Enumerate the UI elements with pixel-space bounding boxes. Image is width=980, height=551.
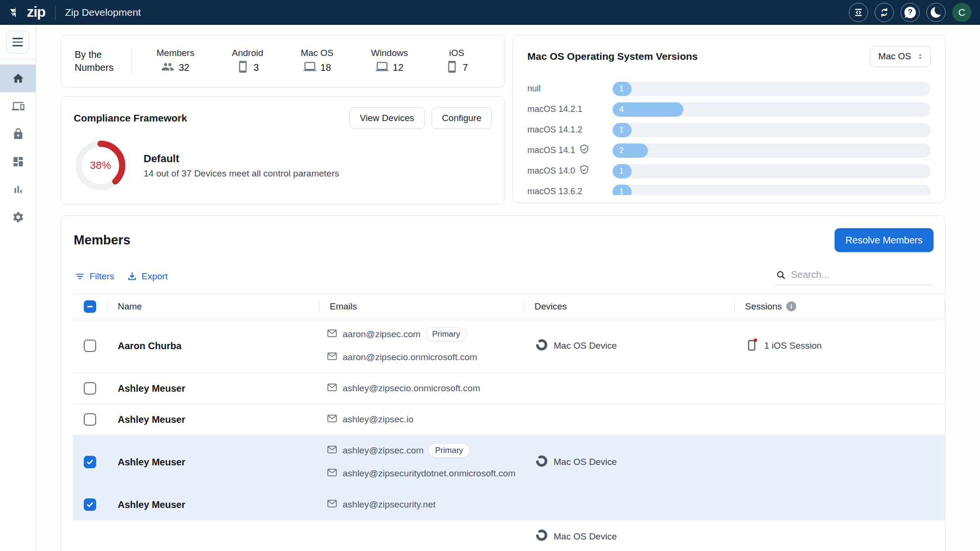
os-bar-fill: 1 [612, 123, 632, 137]
menu-toggle-button[interactable] [6, 31, 29, 54]
by-the-numbers-title: By the Numbers [75, 48, 131, 74]
email-address: aaron@zipsecio.onmicrosoft.com [343, 352, 477, 363]
stat-windows: Windows12 [371, 48, 408, 75]
email-address: ashley@zipsec.io [343, 414, 413, 425]
lock-icon [12, 128, 24, 140]
os-bar-track: 1 [612, 185, 931, 196]
os-bar-track: 1 [612, 164, 931, 178]
mail-icon [326, 382, 338, 395]
stat-label: Members [156, 48, 194, 58]
os-bar-fill: 1 [612, 164, 632, 178]
stats-row: Members32Android3Mac OS18Windows12iOS7 [137, 48, 491, 75]
stat-members: Members32 [156, 48, 194, 75]
os-bar-value: 1 [612, 187, 624, 196]
navbar-divider [55, 5, 56, 20]
remote-device-icon[interactable] [849, 3, 868, 22]
sidebar-item-settings[interactable] [0, 203, 36, 231]
mail-icon [326, 328, 338, 341]
os-bar-value: 1 [612, 166, 624, 176]
os-version-row: null1 [527, 78, 931, 99]
sidebar-item-security[interactable] [0, 120, 36, 148]
stat-value: 32 [178, 62, 189, 73]
sidebar-item-home[interactable] [0, 65, 36, 92]
macos-device-icon [535, 338, 549, 354]
os-select-dropdown[interactable]: Mac OS [870, 46, 931, 67]
members-title: Members [74, 233, 131, 248]
os-bar-fill: 4 [612, 102, 683, 117]
user-avatar[interactable]: C [952, 3, 971, 22]
question-mark-glyph: ? [904, 7, 916, 18]
session-link[interactable]: 1 iOS Session [735, 338, 945, 354]
sidebar-item-devices[interactable] [0, 92, 36, 120]
os-versions-card: Mac OS Operating System Versions Mac OS … [512, 35, 946, 203]
stat-android: Android3 [232, 48, 264, 75]
sidebar-item-apps[interactable] [0, 148, 36, 176]
moon-glyph [931, 7, 941, 18]
search-input[interactable] [791, 269, 933, 280]
os-version-row: macOS 13.6.21 [527, 181, 931, 195]
os-bar-value: 1 [612, 125, 624, 135]
framework-summary: 14 out of 37 Devices meet all control pa… [144, 168, 339, 179]
mail-icon [326, 413, 338, 426]
info-icon[interactable]: i [786, 301, 796, 311]
mail-icon [326, 467, 338, 480]
os-version-label: macOS 13.6.2 [527, 187, 612, 195]
unfold-chevrons-icon [916, 52, 924, 61]
primary-badge: Primary [425, 327, 467, 342]
laptop-icon [376, 60, 389, 75]
configure-button[interactable]: Configure [432, 107, 492, 129]
stat-label: iOS [449, 48, 465, 58]
dark-mode-icon[interactable] [926, 3, 946, 22]
member-name: Ashley Meuser [118, 414, 185, 425]
laptop-icon [303, 60, 316, 75]
table-row: Ashley Meuserashley@zipsecurity.net [73, 489, 945, 520]
sync-icon[interactable] [875, 3, 894, 22]
os-version-row: macOS 14.1.21 [527, 120, 931, 140]
column-header-devices: Devices [524, 300, 735, 313]
email-row: ashley@zipsecio.onmicrosoft.com [326, 380, 524, 397]
column-header-name: Name [107, 300, 319, 313]
help-icon[interactable]: ? [901, 3, 920, 22]
members-card: Members Resolve Members Filters Export [61, 215, 946, 551]
zip-logo-text: zip [27, 5, 45, 19]
member-name: Ashley Meuser [118, 499, 185, 510]
filters-button[interactable]: Filters [75, 271, 114, 282]
device-link[interactable]: Mac OS Device [524, 338, 735, 354]
device-link[interactable]: Mac OS Device [524, 454, 735, 471]
gear-icon [12, 211, 24, 223]
os-bar-track: 1 [612, 123, 931, 137]
macos-device-icon [535, 528, 549, 545]
email-row: ashley@zipsec.io [326, 411, 524, 428]
os-select-value: Mac OS [878, 51, 911, 62]
navbar-actions: ? C [849, 3, 971, 22]
os-version-label: macOS 14.2.1 [527, 104, 612, 114]
search-box [775, 267, 934, 285]
view-devices-button[interactable]: View Devices [349, 107, 425, 129]
sidebar-header [0, 25, 35, 60]
device-link[interactable]: Mac OS Device [524, 528, 735, 545]
export-button[interactable]: Export [127, 271, 168, 282]
table-row: Aaron Churbaaaron@zipsec.comPrimaryaaron… [73, 319, 945, 373]
macos-device-icon [535, 454, 549, 471]
home-icon [12, 72, 24, 85]
shield-check-icon [579, 165, 590, 177]
export-label: Export [142, 271, 168, 282]
resolve-members-button[interactable]: Resolve Members [835, 228, 934, 252]
email-row: aaron@zipsecio.onmicrosoft.com [326, 349, 524, 365]
framework-name: Default [144, 153, 339, 165]
row-checkbox[interactable] [84, 413, 96, 426]
row-checkbox[interactable] [84, 382, 96, 395]
workspace-title: Zip Development [65, 7, 141, 18]
row-checkbox[interactable] [84, 498, 96, 511]
member-name: Ashley Meuser [118, 383, 185, 394]
email-row: ashley@zipsec.comPrimary [326, 442, 524, 459]
os-bar-value: 1 [612, 84, 624, 94]
download-icon [127, 271, 137, 282]
smartphone-icon [445, 60, 458, 75]
compliance-title: Compliance Framework [74, 112, 187, 124]
sidebar-item-reports[interactable] [0, 176, 36, 203]
row-checkbox[interactable] [84, 456, 96, 468]
row-checkbox[interactable] [84, 340, 96, 352]
select-all-checkbox[interactable] [84, 300, 96, 313]
stat-value: 7 [463, 62, 468, 73]
